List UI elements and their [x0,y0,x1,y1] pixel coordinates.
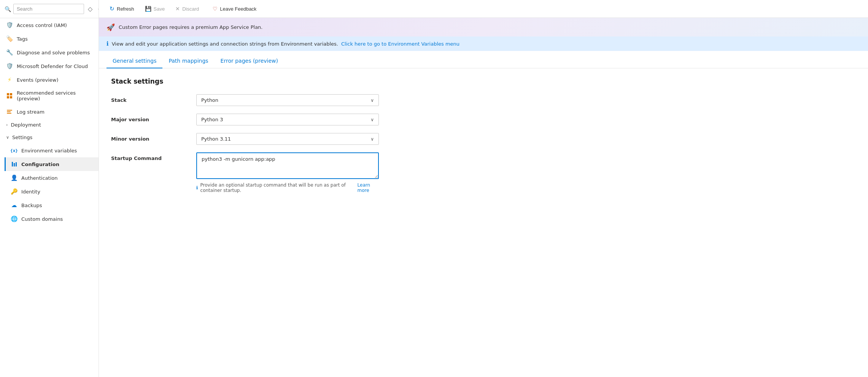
sidebar-item-backups[interactable]: ☁️ Backups [5,198,99,212]
sidebar-item-label: Identity [21,189,40,195]
minor-version-select[interactable]: Python 3.11 ∨ [196,133,379,145]
minor-version-label: Minor version [111,133,187,142]
refresh-icon: ↻ [110,5,114,12]
sidebar-item-label: Recommended services (preview) [17,90,92,101]
feedback-button[interactable]: ♡ Leave Feedback [208,3,261,14]
sidebar-item-access-control[interactable]: 🛡️ Access control (IAM) [0,18,99,32]
stack-value: Python [201,97,218,103]
major-version-chevron-icon: ∨ [370,117,374,122]
tab-error[interactable]: Error pages (preview) [215,54,284,68]
main-content: ↻ Refresh 💾 Save ✕ Discard ♡ Leave Feedb… [99,0,868,377]
learn-more-link[interactable]: Learn more [358,182,379,193]
sidebar-item-label: Log stream [17,109,45,115]
sidebar-item-label: Microsoft Defender for Cloud [17,63,88,69]
sidebar-item-authentication[interactable]: 👤 Authentication [5,171,99,185]
minor-version-row: Minor version Python 3.11 ∨ [111,133,856,145]
section-title: Stack settings [111,78,856,85]
sidebar-item-env-variables[interactable]: {x} Environment variables [5,144,99,157]
custom-domains-icon: 🌐 [11,215,17,222]
discard-label: Discard [182,6,199,12]
recommended-icon [6,92,13,99]
pin-icon[interactable]: ◇ [86,5,94,13]
minor-version-chevron-icon: ∨ [370,136,374,142]
svg-rect-3 [10,96,12,98]
startup-command-control: python3 -m gunicorn app:app ℹ Provide an… [196,152,379,193]
tab-error-label: Error pages (preview) [221,58,278,64]
premium-banner: 🚀 Custom Error pages requires a premium … [99,18,868,36]
sidebar-item-label: Configuration [21,162,59,167]
info-banner-text: View and edit your application settings … [112,41,338,47]
env-variables-icon: {x} [11,147,17,154]
sidebar-item-label: Authentication [21,175,57,181]
sidebar-item-label: Access control (IAM) [17,22,67,28]
tab-general[interactable]: General settings [107,54,162,68]
settings-sub-menu: {x} Environment variables Configuration … [0,144,99,226]
search-input[interactable] [13,4,84,14]
diagnose-icon: 🔧 [6,49,13,56]
chevron-down-icon: ∨ [6,135,9,140]
sidebar-item-identity[interactable]: 🔑 Identity [5,185,99,198]
tags-icon: 🏷️ [6,35,13,42]
env-variables-link[interactable]: Click here to go to Environment Variable… [341,41,459,47]
logstream-icon [6,108,13,115]
svg-rect-4 [7,110,12,111]
svg-rect-9 [16,162,17,166]
major-version-select[interactable]: Python 3 ∨ [196,114,379,125]
defender-icon: 🛡️ [6,63,13,70]
sidebar-item-configuration[interactable]: Configuration [5,157,99,171]
info-icon: ℹ [107,40,109,47]
minor-version-value: Python 3.11 [201,136,231,142]
tab-general-label: General settings [113,58,156,64]
configuration-icon [11,161,17,168]
sidebar-group-deployment[interactable]: › Deployment [0,119,99,131]
tab-path-label: Path mappings [169,58,208,64]
sidebar: 🔍 ◇ ≪ 🛡️ Access control (IAM) 🏷️ Tags 🔧 … [0,0,99,377]
hint-icon: ℹ [196,185,198,190]
startup-command-row: Startup Command python3 -m gunicorn app:… [111,152,856,193]
refresh-button[interactable]: ↻ Refresh [105,3,139,14]
chevron-right-icon: › [6,122,8,127]
content-area: 🚀 Custom Error pages requires a premium … [99,18,868,377]
hint-text: Provide an optional startup command that… [200,182,355,193]
sidebar-item-logstream[interactable]: Log stream [0,105,99,119]
sidebar-item-defender[interactable]: 🛡️ Microsoft Defender for Cloud [0,59,99,73]
sidebar-item-events[interactable]: ⚡ Events (preview) [0,73,99,87]
sidebar-item-label: Diagnose and solve problems [17,50,90,55]
stack-row: Stack Python ∨ [111,94,856,106]
discard-icon: ✕ [175,6,180,12]
startup-command-label: Startup Command [111,152,187,161]
settings-body: Stack settings Stack Python ∨ Major vers… [99,68,868,210]
major-version-control: Python 3 ∨ [196,114,379,125]
stack-select[interactable]: Python ∨ [196,94,379,106]
feedback-icon: ♡ [213,6,218,12]
discard-button[interactable]: ✕ Discard [171,3,203,14]
sidebar-item-label: Custom domains [21,216,63,222]
backups-icon: ☁️ [11,202,17,209]
feedback-label: Leave Feedback [220,6,256,12]
stack-label: Stack [111,94,187,103]
collapse-icon[interactable]: ≪ [96,5,99,13]
identity-icon: 🔑 [11,188,17,195]
major-version-label: Major version [111,114,187,122]
save-button[interactable]: 💾 Save [140,3,170,14]
sidebar-item-custom-domains[interactable]: 🌐 Custom domains [5,212,99,226]
sidebar-search-container: 🔍 ◇ ≪ [0,0,99,18]
sidebar-item-recommended[interactable]: Recommended services (preview) [0,87,99,105]
svg-rect-7 [12,162,13,166]
stack-control: Python ∨ [196,94,379,106]
sidebar-item-tags[interactable]: 🏷️ Tags [0,32,99,46]
sidebar-item-label: Environment variables [21,148,77,154]
tab-path[interactable]: Path mappings [162,54,214,68]
sidebar-group-label: Settings [12,135,32,140]
stack-chevron-icon: ∨ [370,98,374,103]
sidebar-item-label: Backups [21,203,42,208]
startup-command-input[interactable]: python3 -m gunicorn app:app [196,152,379,179]
sidebar-group-settings[interactable]: ∨ Settings [0,131,99,144]
save-label: Save [154,6,165,12]
info-banner: ℹ View and edit your application setting… [99,36,868,51]
sidebar-item-label: Events (preview) [17,77,59,83]
svg-rect-8 [14,163,15,166]
events-icon: ⚡ [6,76,13,83]
svg-rect-6 [7,113,11,114]
sidebar-item-diagnose[interactable]: 🔧 Diagnose and solve problems [0,46,99,59]
